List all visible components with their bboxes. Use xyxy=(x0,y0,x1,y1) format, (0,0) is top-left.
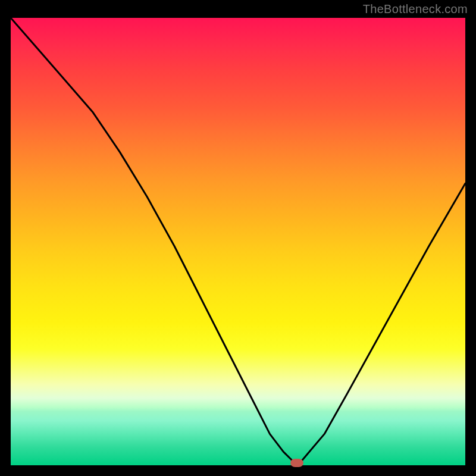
optimum-marker xyxy=(290,459,303,467)
bottleneck-curve-path xyxy=(11,18,465,461)
watermark-text: TheBottleneck.com xyxy=(363,2,468,16)
chart-frame: TheBottleneck.com xyxy=(0,0,476,476)
plot-area xyxy=(11,18,465,465)
line-series xyxy=(11,18,465,465)
